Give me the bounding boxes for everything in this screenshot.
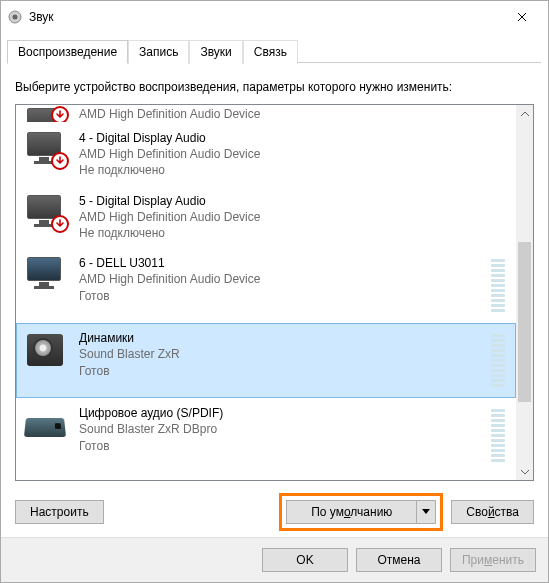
device-status: Готов <box>79 288 485 304</box>
device-icon <box>23 130 71 170</box>
device-subtitle: Sound Blaster ZxR DBpro <box>79 421 485 437</box>
set-default-button[interactable]: По умолчанию <box>287 501 417 523</box>
device-name: 4 - Digital Display Audio <box>79 130 509 146</box>
device-icon <box>23 255 71 295</box>
close-button[interactable] <box>502 3 542 31</box>
svg-point-1 <box>13 15 18 20</box>
scroll-track[interactable] <box>516 122 533 463</box>
disconnected-badge-icon <box>51 215 69 233</box>
tab-recording[interactable]: Запись <box>128 40 189 64</box>
device-status: Не подключено <box>79 162 509 178</box>
device-icon <box>23 193 71 233</box>
configure-button[interactable]: Настроить <box>15 500 104 524</box>
scroll-up-button[interactable] <box>516 105 533 122</box>
device-row[interactable]: 4 - Digital Display AudioAMD High Defini… <box>16 123 516 186</box>
app-icon <box>7 9 23 25</box>
disconnected-badge-icon <box>51 106 69 123</box>
tab-playback[interactable]: Воспроизведение <box>7 40 128 64</box>
apply-button[interactable]: Применить <box>450 548 536 572</box>
device-subtitle: AMD High Definition Audio Device <box>79 209 509 225</box>
disconnected-badge-icon <box>51 152 69 170</box>
device-row[interactable]: 6 - DELL U3011AMD High Definition Audio … <box>16 248 516 323</box>
chevron-up-icon <box>521 111 529 117</box>
tab-content: Выберите устройство воспроизведения, пар… <box>1 64 548 537</box>
scroll-down-button[interactable] <box>516 463 533 480</box>
chevron-down-icon <box>422 509 430 515</box>
device-row[interactable]: ДинамикиSound Blaster ZxRГотов <box>16 323 516 398</box>
device-name: AMD High Definition Audio Device <box>79 106 509 122</box>
close-icon <box>517 12 527 22</box>
set-default-splitbutton: По умолчанию <box>286 500 436 524</box>
device-subtitle: AMD High Definition Audio Device <box>79 271 485 287</box>
window-title: Звук <box>29 10 502 24</box>
device-subtitle: AMD High Definition Audio Device <box>79 146 509 162</box>
device-status: Не подключено <box>79 225 509 241</box>
set-default-dropdown[interactable] <box>417 509 435 515</box>
instruction-text: Выберите устройство воспроизведения, пар… <box>15 80 534 94</box>
device-status: Готов <box>79 363 485 379</box>
device-status: Готов <box>79 438 485 454</box>
chevron-down-icon <box>521 469 529 475</box>
tab-communications[interactable]: Связь <box>243 40 298 64</box>
device-row[interactable]: Цифровое аудио (S/PDIF)Sound Blaster ZxR… <box>16 398 516 473</box>
scrollbar[interactable] <box>516 105 533 480</box>
device-list: AMD High Definition Audio Device4 - Digi… <box>15 104 534 481</box>
dialog-button-row: OK Отмена Применить <box>1 537 548 582</box>
cancel-button[interactable]: Отмена <box>356 548 442 572</box>
device-row[interactable]: 5 - Digital Display AudioAMD High Defini… <box>16 186 516 249</box>
level-meter <box>491 330 505 391</box>
device-buttons-row: Настроить По умолчанию Свойства <box>15 493 534 531</box>
device-name: Динамики <box>79 330 485 346</box>
device-subtitle: Sound Blaster ZxR <box>79 346 485 362</box>
device-row[interactable]: AMD High Definition Audio Device <box>16 105 516 123</box>
properties-button[interactable]: Свойства <box>451 500 534 524</box>
ok-button[interactable]: OK <box>262 548 348 572</box>
tab-strip: Воспроизведение Запись Звуки Связь <box>1 33 548 64</box>
scroll-thumb[interactable] <box>518 242 531 402</box>
tab-sounds[interactable]: Звуки <box>189 40 242 64</box>
sound-dialog: Звук Воспроизведение Запись Звуки Связь … <box>0 0 549 583</box>
device-name: 5 - Digital Display Audio <box>79 193 509 209</box>
device-icon <box>23 106 71 123</box>
device-name: 6 - DELL U3011 <box>79 255 485 271</box>
level-meter <box>491 405 505 466</box>
device-icon <box>23 405 71 445</box>
highlight-box: По умолчанию <box>279 493 443 531</box>
device-name: Цифровое аудио (S/PDIF) <box>79 405 485 421</box>
level-meter <box>491 255 505 316</box>
titlebar: Звук <box>1 1 548 33</box>
device-icon <box>23 330 71 370</box>
